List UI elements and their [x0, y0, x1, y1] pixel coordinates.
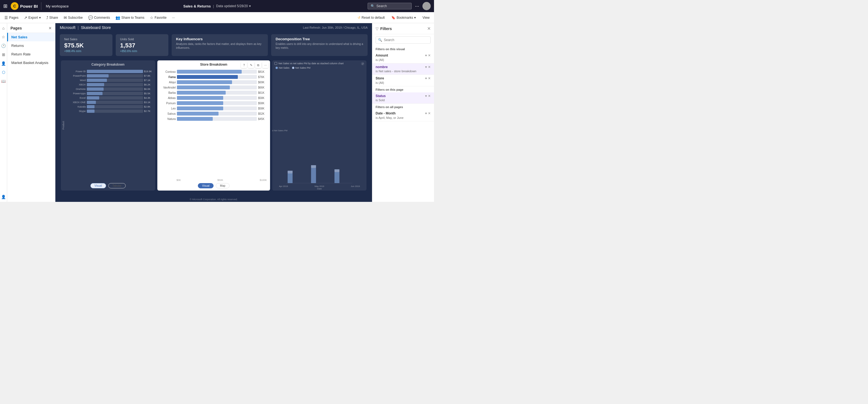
filter-store-header[interactable]: Store is (All) ▾ ✕: [372, 75, 434, 86]
ns-legend-net-sales: Net Sales: [276, 66, 289, 69]
pages-title: Pages: [10, 26, 22, 30]
grid-icon[interactable]: ⊞: [3, 3, 7, 9]
view-button[interactable]: View: [420, 15, 432, 21]
cat-bar-label: Kaizala: [69, 105, 86, 108]
filter-amount-clear[interactable]: ✕: [428, 54, 431, 57]
kpi-units-sold: Units Sold 1,537 +850.6% m/m: [116, 34, 168, 56]
pages-close-icon[interactable]: ✕: [49, 26, 52, 30]
category-tab-tabular[interactable]: Tabular: [108, 183, 126, 189]
cat-bar-track: [87, 87, 143, 91]
cat-bar-track: [87, 79, 143, 82]
share-label: Share: [49, 16, 58, 20]
filter-status-clear[interactable]: ✕: [428, 94, 431, 98]
favorite-button[interactable]: ☆ Favorite: [148, 15, 168, 21]
filters-close-icon[interactable]: ✕: [427, 26, 431, 31]
cat-bar-fill: [87, 70, 143, 73]
store-bar-value: $76K: [258, 76, 267, 79]
cat-bar-value: $2.8K: [144, 105, 152, 108]
ns-legend-label-2: Net Sales PM: [295, 66, 310, 69]
filter-status-value: is Sold: [376, 98, 386, 102]
cat-bar-track: [87, 70, 143, 73]
comments-button[interactable]: 💬 Comments: [86, 15, 112, 21]
subscribe-button[interactable]: ✉ Subscribe: [61, 15, 85, 21]
store-chart: ? ✎ ⧉ ··· Store Breakdown Contoso $81K F…: [157, 60, 270, 191]
sidebar-user-icon[interactable]: 👤: [1, 194, 6, 200]
workspace-label[interactable]: My workspace: [46, 4, 69, 8]
store-bar-row: Pomum $58K: [161, 101, 267, 105]
filter-date-month-clear[interactable]: ✕: [428, 111, 431, 115]
nav-right: 🔍 Search ···: [368, 2, 431, 10]
top-nav: ⊞ C Power BI My workspace Sales & Return…: [0, 0, 434, 12]
filter-nombre-expand[interactable]: ▾: [425, 65, 427, 69]
page-item-market-basket[interactable]: Market Basket Analysis: [7, 58, 55, 67]
export-button[interactable]: ↗ Export ▾: [22, 15, 43, 21]
filters-search[interactable]: 🔍: [376, 36, 431, 44]
filter-date-month-value: is April, May, or June: [376, 116, 403, 119]
nav-logo: C Power BI: [11, 2, 41, 10]
store-bar-row: Salvus $52K: [161, 112, 267, 116]
category-bar-row: XBOX $6.2K: [69, 83, 152, 86]
store-bar-track: [177, 80, 257, 84]
sidebar-apps-icon[interactable]: ⊞: [1, 52, 6, 57]
store-bar-fill: [177, 86, 230, 89]
filter-store-expand[interactable]: ▾: [425, 77, 427, 80]
sidebar-learn-icon[interactable]: 📖: [1, 78, 6, 84]
share-teams-button[interactable]: 👥 Share to Teams: [113, 15, 147, 21]
store-bar-row: VanArsdel $66K: [161, 86, 267, 89]
ns-expand-icon[interactable]: ⤢: [361, 62, 364, 65]
page-item-return-rate[interactable]: Return Rate: [7, 50, 55, 58]
sidebar-shared-icon[interactable]: 👤: [1, 61, 6, 66]
store-tab-visual[interactable]: Visual: [198, 183, 214, 189]
avatar[interactable]: [423, 2, 431, 10]
filters-header: ▽ Filters ✕: [372, 23, 434, 34]
store-bar-fill: [177, 70, 242, 74]
share-button[interactable]: ⤴ Share: [44, 15, 60, 21]
sidebar-recent-icon[interactable]: 🕐: [1, 43, 6, 49]
nav-search-box[interactable]: 🔍 Search: [368, 3, 412, 9]
xaxis-100k: $100K: [259, 179, 267, 181]
filter-date-month-expand[interactable]: ▾: [425, 111, 427, 115]
store-tab-map[interactable]: Map: [216, 183, 229, 189]
subscribe-label: Subscribe: [68, 16, 83, 20]
cat-bar-track: [87, 74, 143, 78]
sidebar-home-icon[interactable]: ⌂: [1, 25, 6, 31]
bookmarks-label: Bookmarks: [397, 16, 413, 20]
filter-status-header[interactable]: Status is Sold ▾ ✕: [372, 92, 434, 104]
cat-bar-label: PowerPoint: [69, 75, 86, 77]
filter-amount-header[interactable]: Amount is (All) ▾ ✕: [372, 52, 434, 63]
filter-nombre-header[interactable]: nombre is Net sales - store breakdown ▾ …: [372, 63, 434, 75]
copy-icon[interactable]: ⧉: [255, 62, 261, 68]
pages-button[interactable]: ☰ Pages: [2, 15, 21, 21]
page-item-net-sales[interactable]: Net Sales: [7, 33, 55, 41]
store-bar-row: Aliqui $69K: [161, 80, 267, 84]
filter-amount-expand[interactable]: ▾: [425, 54, 427, 57]
filter-store-clear[interactable]: ✕: [428, 77, 431, 80]
more-options-icon[interactable]: ···: [262, 62, 269, 68]
filter-status-expand[interactable]: ▾: [425, 94, 427, 98]
nav-more-icon[interactable]: ···: [415, 3, 419, 9]
cat-bar-fill: [87, 92, 102, 95]
sidebar-workspace-icon[interactable]: ⬡: [1, 69, 6, 75]
bookmarks-button[interactable]: 🔖 Bookmarks ▾: [389, 15, 418, 21]
svg-rect-2: [311, 168, 316, 183]
store-bar-label: Pomum: [161, 102, 176, 105]
category-bar-row: PowerApps $5.5K: [69, 92, 152, 95]
help-icon[interactable]: ?: [241, 62, 247, 68]
more-button[interactable]: ···: [170, 15, 177, 21]
filter-nombre-clear[interactable]: ✕: [428, 65, 431, 69]
reset-button[interactable]: ↺ Reset to default: [355, 15, 387, 21]
ns-checkbox[interactable]: [275, 62, 277, 65]
page-item-returns[interactable]: Returns: [7, 41, 55, 50]
sidebar-favorites-icon[interactable]: ☆: [1, 34, 6, 40]
breadcrumb-store: Skateboard Store: [81, 25, 111, 30]
edit-icon[interactable]: ✎: [248, 62, 254, 68]
svg-rect-1: [288, 171, 292, 173]
filters-search-input[interactable]: [384, 38, 428, 42]
cat-bar-value: $3.1K: [144, 101, 152, 104]
ns-x-axis: Apr 2019 May 2019 Jun 2019: [277, 185, 362, 187]
cat-bar-label: XBOX: [69, 83, 86, 86]
favorite-label: Favorite: [155, 16, 166, 20]
category-tab-visual[interactable]: Visual: [90, 183, 106, 189]
filter-date-month-header[interactable]: Date - Month is April, May, or June ▾ ✕: [372, 110, 434, 121]
search-icon: 🔍: [371, 4, 375, 8]
